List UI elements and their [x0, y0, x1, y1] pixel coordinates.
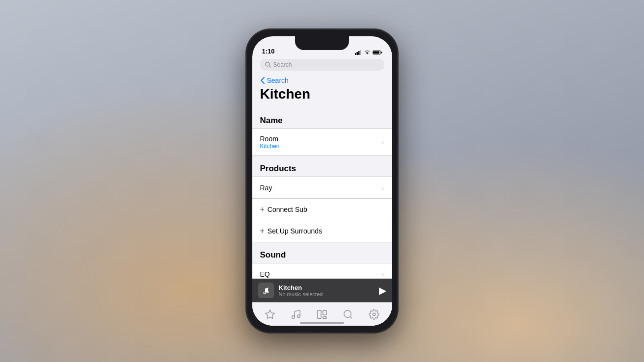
phone-notch	[295, 36, 349, 50]
svg-point-7	[266, 62, 269, 66]
plus-icon-connect-sub: +	[260, 205, 265, 214]
wifi-icon	[364, 50, 371, 55]
svg-point-14	[373, 313, 376, 316]
svg-rect-6	[373, 52, 379, 54]
eq-title: EQ	[260, 270, 270, 278]
search-icon	[265, 62, 271, 68]
tab-rooms[interactable]	[312, 307, 332, 322]
section-header-name: Name	[252, 108, 392, 129]
surrounds-title: Set Up Surrounds	[268, 227, 322, 235]
search-tab-icon	[343, 309, 353, 320]
svg-marker-9	[266, 310, 274, 318]
search-bar-area: Search	[252, 58, 392, 74]
svg-rect-5	[381, 52, 382, 53]
plus-icon-surrounds: +	[260, 227, 265, 235]
svg-rect-10	[318, 310, 321, 318]
tab-favorites[interactable]	[260, 307, 280, 322]
music-tab-icon	[291, 309, 301, 320]
tab-browse[interactable]	[286, 307, 306, 322]
section-header-products: Products	[252, 156, 392, 177]
status-time: 1:10	[262, 48, 275, 56]
list-item-connect-sub[interactable]: + Connect Sub	[252, 199, 392, 220]
status-icons	[355, 50, 382, 56]
room-subtitle: Kitchen	[260, 143, 280, 150]
player-artwork	[258, 283, 274, 298]
ray-title: Ray	[260, 184, 272, 192]
signal-icon	[355, 50, 362, 55]
svg-rect-3	[360, 50, 361, 55]
tab-settings[interactable]	[364, 307, 384, 322]
svg-rect-11	[323, 310, 326, 314]
music-note-icon	[262, 286, 270, 294]
svg-point-13	[344, 310, 351, 317]
phone-screen: 1:10	[252, 36, 392, 326]
page-title: Kitchen	[252, 85, 392, 108]
play-button[interactable]: ▶	[379, 284, 386, 296]
player-bar[interactable]: Kitchen No music selected ▶	[252, 279, 392, 302]
chevron-left-icon	[260, 77, 265, 84]
svg-rect-1	[356, 52, 358, 55]
list-item-set-up-surrounds[interactable]: + Set Up Surrounds	[252, 220, 392, 242]
svg-rect-0	[355, 53, 356, 55]
search-input-box[interactable]: Search	[260, 59, 384, 71]
battery-icon	[373, 50, 382, 55]
back-button[interactable]: Search	[252, 74, 392, 85]
section-header-sound: Sound	[252, 242, 392, 263]
eq-chevron: ›	[382, 270, 384, 278]
player-room-name: Kitchen	[279, 284, 323, 291]
bars-icon	[317, 309, 327, 320]
products-list-group: Ray › + Connect Sub + Set Up Surrounds	[252, 177, 392, 242]
player-status: No music selected	[279, 291, 323, 297]
name-list-group: Room Kitchen ›	[252, 129, 392, 156]
search-placeholder: Search	[273, 61, 292, 68]
list-item-ray[interactable]: Ray ›	[252, 177, 392, 199]
back-label: Search	[267, 77, 289, 84]
room-title: Room	[260, 135, 280, 143]
tab-search[interactable]	[338, 307, 358, 322]
ray-chevron: ›	[382, 184, 384, 192]
star-icon	[265, 309, 275, 320]
svg-rect-12	[323, 316, 326, 318]
home-indicator	[300, 322, 344, 324]
svg-rect-2	[358, 51, 360, 55]
room-chevron: ›	[382, 138, 384, 146]
connect-sub-title: Connect Sub	[268, 206, 307, 213]
svg-line-8	[269, 66, 270, 68]
phone-frame: 1:10	[246, 29, 398, 333]
list-item-room[interactable]: Room Kitchen ›	[252, 129, 392, 155]
gear-tab-icon	[369, 309, 379, 320]
scene: 1:10	[0, 0, 644, 362]
